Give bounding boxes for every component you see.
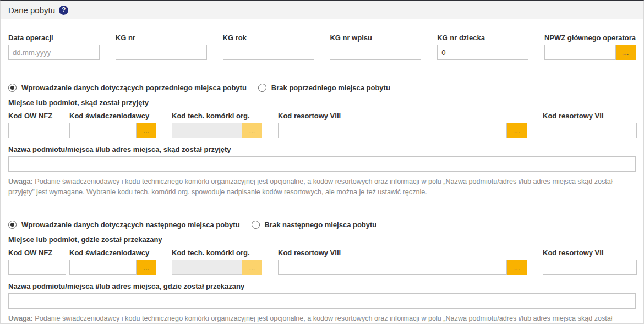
kod-tech-label-2: Kod tech. komórki org. [172,249,262,257]
uwaga-prefix-1: Uwaga: [8,178,33,185]
kod-resortowy-viii-picker-button-2[interactable]: ... [507,260,527,275]
kg-rok-label: KG rok [223,34,314,42]
kod-swiadczeniodawcy-picker-button-1[interactable]: ... [137,123,156,138]
kod-swiadczeniodawcy-label-2: Kod świadczeniodawcy [69,249,156,257]
kod-tech-input-2 [172,260,242,275]
field-kg-rok: KG rok [223,34,314,60]
field-kod-resortowy-vii-2: Kod resortowy VII [543,249,637,275]
radio-row-poprzednie: Wprowadzanie danych dotyczących poprzedn… [8,84,636,92]
kg-nr-wpisu-input[interactable] [330,45,421,60]
radio-brak-nastepne[interactable] [252,221,260,229]
radio-wprowadzanie-nastepne-label[interactable]: Wprowadzanie danych dotyczących następne… [21,221,240,229]
kg-nr-wpisu-label: KG nr wpisu [330,34,421,42]
uwaga-text-1: Podanie świadczeniodawcy i kodu technicz… [8,178,613,196]
field-nazwa-podmiotu-1: Nazwa podmiotu/miejsca i/lub adres miejs… [8,145,636,172]
kod-ow-nfz-label: Kod OW NFZ [8,112,66,120]
panel-header: Dane pobytu ? [1,1,643,19]
kod-swiadczeniodawcy-label: Kod świadczeniodawcy [69,112,156,120]
help-question-icon[interactable]: ? [59,6,68,15]
field-npwz-operatora: NPWZ głównego operatora ... [544,34,636,60]
section-poprzednie-miejsce: Wprowadzanie danych dotyczących poprzedn… [8,84,636,197]
kod-swiadczeniodawcy-input-1[interactable] [69,123,137,138]
dane-pobytu-panel: Dane pobytu ? Data operacji KG nr KG rok… [0,0,644,324]
kg-nr-dziecka-input[interactable] [437,45,528,60]
radio-row-nastepne: Wprowadzanie danych dotyczących następne… [8,221,636,229]
kod-resortowy-vii-label-2: Kod resortowy VII [543,249,637,257]
field-data-operacji: Data operacji [8,34,100,60]
kod-tech-picker-button-2: ... [242,260,262,275]
kod-resortowy-viii-name-input-1[interactable] [308,123,507,138]
kod-resortowy-viii-name-input-2[interactable] [308,260,507,275]
field-kod-resortowy-viii-2: Kod resortowy VIII ... [278,249,527,275]
field-kg-nr-wpisu: KG nr wpisu [330,34,421,60]
field-kod-resortowy-viii-1: Kod resortowy VIII ... [278,112,527,138]
radio-wprowadzanie-poprzednie-label[interactable]: Wprowadzanie danych dotyczących poprzedn… [21,84,247,92]
radio-brak-nastepne-label[interactable]: Brak następnego miejsca pobytu [265,221,377,229]
kod-swiadczeniodawcy-input-2[interactable] [69,260,137,275]
field-kod-swiadczeniodawcy-2: Kod świadczeniodawcy ... [69,249,156,275]
npwz-input[interactable] [544,45,616,60]
section-nastepne-miejsce: Wprowadzanie danych dotyczących następne… [8,221,636,324]
kg-nr-label: KG nr [116,34,207,42]
kod-tech-input-1 [172,123,242,138]
field-kg-nr-dziecka: KG nr dziecka [437,34,528,60]
kod-resortowy-vii-input-1[interactable] [543,123,637,138]
kod-resortowy-viii-label: Kod resortowy VIII [278,112,527,120]
kg-nr-input[interactable] [116,45,207,60]
kod-tech-label: Kod tech. komórki org. [172,112,262,120]
nazwa-podmiotu-label-1: Nazwa podmiotu/miejsca i/lub adres miejs… [8,145,636,153]
field-kod-ow-nfz-2: Kod OW NFZ [8,249,66,275]
kod-resortowy-viii-picker-button-1[interactable]: ... [507,123,527,138]
radio-wprowadzanie-poprzednie[interactable] [8,84,17,92]
field-kod-ow-nfz-1: Kod OW NFZ [8,112,66,138]
nazwa-podmiotu-input-2[interactable] [8,293,636,309]
kg-nr-dziecka-label: KG nr dziecka [437,34,528,42]
kod-resortowy-viii-code-input-1[interactable] [278,123,308,138]
field-kod-tech-2: Kod tech. komórki org. ... [172,249,262,275]
nazwa-podmiotu-input-1[interactable] [8,156,636,172]
subtitle-gdzie-przekazany: Miejsce lub podmiot, gdzie został przeka… [8,235,636,244]
kod-ow-nfz-label-2: Kod OW NFZ [8,249,66,257]
kod-tech-picker-button-1: ... [242,123,262,138]
npwz-picker-button[interactable]: ... [616,45,636,60]
page-title: Dane pobytu [8,6,55,15]
radio-wprowadzanie-nastepne[interactable] [8,221,17,229]
kod-resortowy-vii-label: Kod resortowy VII [543,112,637,120]
uwaga-note-2: Uwaga: Podanie świadczeniodawcy i kodu t… [8,314,636,324]
npwz-label: NPWZ głównego operatora [544,34,636,42]
uwaga-prefix-2: Uwaga: [8,315,33,322]
kod-swiadczeniodawcy-picker-button-2[interactable]: ... [137,260,156,275]
field-kg-nr: KG nr [116,34,207,60]
data-operacji-input[interactable] [8,45,100,60]
kod-resortowy-vii-input-2[interactable] [543,260,637,275]
code-field-row-1: Kod OW NFZ Kod świadczeniodawcy ... Kod … [8,112,636,138]
subtitle-skad-przyjety: Miejsce lub podmiot, skąd został przyjęt… [8,98,636,107]
top-field-row: Data operacji KG nr KG rok KG nr wpisu K… [8,34,636,60]
radio-brak-poprzednie[interactable] [258,84,266,92]
kod-resortowy-viii-label-2: Kod resortowy VIII [278,249,527,257]
field-nazwa-podmiotu-2: Nazwa podmiotu/miejsca i/lub adres miejs… [8,282,636,309]
field-kod-tech-1: Kod tech. komórki org. ... [172,112,262,138]
nazwa-podmiotu-label-2: Nazwa podmiotu/miejsca i/lub adres miejs… [8,282,636,290]
kod-ow-nfz-input-1[interactable] [8,123,66,138]
radio-brak-poprzednie-label[interactable]: Brak poprzedniego miejsca pobytu [271,84,390,92]
field-kod-swiadczeniodawcy-1: Kod świadczeniodawcy ... [69,112,156,138]
data-operacji-label: Data operacji [8,34,100,42]
kod-resortowy-viii-code-input-2[interactable] [278,260,308,275]
uwaga-note-1: Uwaga: Podanie świadczeniodawcy i kodu t… [8,177,636,197]
kod-ow-nfz-input-2[interactable] [8,260,66,275]
uwaga-text-2: Podanie świadczeniodawcy i kodu technicz… [8,315,613,324]
code-field-row-2: Kod OW NFZ Kod świadczeniodawcy ... Kod … [8,249,636,275]
field-kod-resortowy-vii-1: Kod resortowy VII [543,112,637,138]
kg-rok-input[interactable] [223,45,314,60]
